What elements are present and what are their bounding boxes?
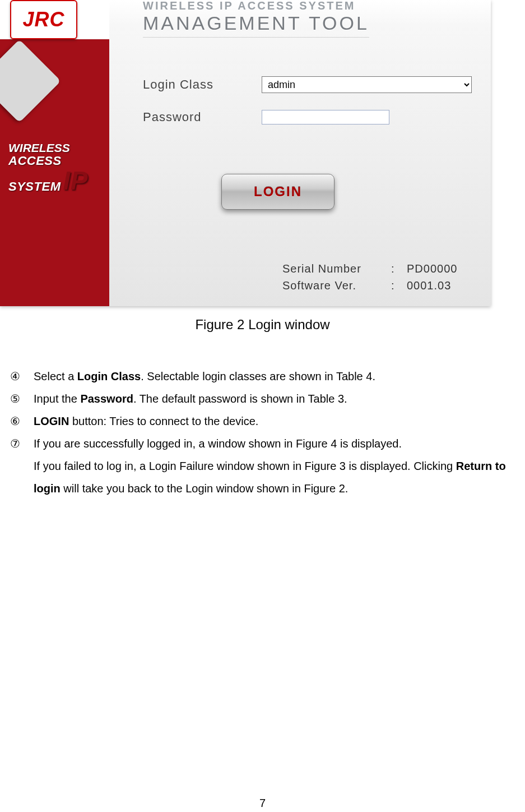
instruction-list: ④ Select a Login Class. Selectable login… [10,365,525,500]
password-row: Password [143,110,389,124]
step-text: If you failed to log in, a Login Failure… [34,455,524,500]
tagline-ip: IP [63,168,87,193]
password-input[interactable] [262,110,389,124]
step-text: Input the Password. The default password… [34,387,524,410]
login-class-label: Login Class [143,79,249,91]
sidebar-tagline: WIRELESS ACCESS SYSTEMIP [8,141,109,193]
step-marker: ⑦ [10,432,22,455]
login-button-label: LOGIN [254,185,302,199]
step-6: ⑥ LOGIN button: Tries to connect to the … [10,410,524,432]
step-text: Select a Login Class. Selectable login c… [34,365,524,387]
login-screenshot: JRC WIRELESS ACCESS SYSTEMIP WIRELESS IP… [0,0,491,306]
step-marker: ⑤ [10,387,22,410]
login-sidebar: JRC WIRELESS ACCESS SYSTEMIP [0,0,109,306]
login-class-select[interactable]: admin [262,76,472,93]
step-7: ⑦ If you are successfully logged in, a w… [10,432,524,455]
jrc-logo: JRC [10,0,77,39]
serial-row: Serial Number : PD00000 [282,260,474,277]
login-class-row: Login Class admin [143,76,472,93]
step-4: ④ Select a Login Class. Selectable login… [10,365,524,387]
antenna-illustration [0,39,61,122]
figure-caption: Figure 2 Login window [0,315,525,334]
password-label: Password [143,111,249,123]
header-subtitle: WIRELESS IP ACCESS SYSTEM [143,0,369,11]
step-7-extra: If you failed to log in, a Login Failure… [10,455,524,500]
serial-value: PD00000 [407,260,474,277]
tagline-line2: ACCESS SYSTEMIP [8,154,109,193]
version-row: Software Ver. : 0001.03 [282,277,474,294]
header: WIRELESS IP ACCESS SYSTEM MANAGEMENT TOO… [143,0,369,38]
step-5: ⑤ Input the Password. The default passwo… [10,387,524,410]
page-number: 7 [0,797,525,812]
version-value: 0001.03 [407,277,474,294]
step-text: LOGIN button: Tries to connect to the de… [34,410,524,432]
tagline-line1: WIRELESS [8,141,109,154]
login-content: WIRELESS IP ACCESS SYSTEM MANAGEMENT TOO… [109,0,491,306]
header-title: MANAGEMENT TOOL [143,13,369,38]
jrc-logo-text: JRC [22,10,64,30]
serial-label: Serial Number [282,260,383,277]
version-label: Software Ver. [282,277,383,294]
login-button[interactable]: LOGIN [221,174,334,210]
device-info: Serial Number : PD00000 Software Ver. : … [282,260,474,294]
step-marker: ④ [10,365,22,387]
step-marker: ⑥ [10,410,22,432]
step-text: If you are successfully logged in, a win… [34,432,524,455]
